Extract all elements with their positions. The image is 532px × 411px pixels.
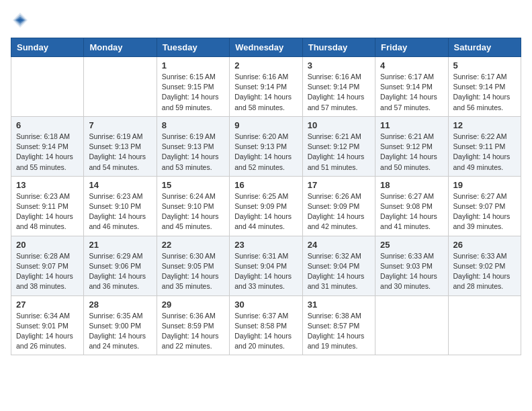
day-info: Sunrise: 6:20 AMSunset: 9:13 PMDaylight:…: [234, 132, 297, 173]
calendar-cell: 13Sunrise: 6:23 AMSunset: 9:11 PMDayligh…: [11, 176, 84, 236]
day-info: Sunrise: 6:26 AMSunset: 9:09 PMDaylight:…: [308, 191, 370, 232]
day-number: 9: [234, 120, 297, 130]
calendar-week-row: 1Sunrise: 6:15 AMSunset: 9:15 PMDaylight…: [11, 57, 521, 117]
day-info: Sunrise: 6:31 AMSunset: 9:04 PMDaylight:…: [234, 251, 297, 292]
calendar-cell: 27Sunrise: 6:34 AMSunset: 9:01 PMDayligh…: [11, 295, 84, 355]
day-number: 7: [89, 120, 151, 130]
calendar-cell: [375, 295, 448, 355]
calendar-cell: 12Sunrise: 6:22 AMSunset: 9:11 PMDayligh…: [448, 116, 521, 176]
day-of-week-header: Friday: [375, 38, 448, 57]
day-info: Sunrise: 6:16 AMSunset: 9:14 PMDaylight:…: [308, 72, 370, 113]
day-info: Sunrise: 6:34 AMSunset: 9:01 PMDaylight:…: [16, 311, 79, 352]
calendar-cell: 1Sunrise: 6:15 AMSunset: 9:15 PMDaylight…: [157, 57, 229, 117]
day-info: Sunrise: 6:23 AMSunset: 9:11 PMDaylight:…: [16, 191, 79, 232]
calendar-cell: [448, 295, 521, 355]
day-number: 21: [89, 240, 151, 250]
calendar-cell: 17Sunrise: 6:26 AMSunset: 9:09 PMDayligh…: [302, 176, 375, 236]
day-number: 20: [16, 240, 79, 250]
day-number: 18: [380, 180, 443, 190]
day-number: 25: [380, 240, 443, 250]
calendar-cell: 29Sunrise: 6:36 AMSunset: 8:59 PMDayligh…: [157, 295, 229, 355]
day-number: 16: [234, 180, 297, 190]
calendar-cell: [84, 57, 157, 117]
day-info: Sunrise: 6:33 AMSunset: 9:02 PMDaylight:…: [453, 251, 516, 292]
calendar-cell: 8Sunrise: 6:19 AMSunset: 9:13 PMDaylight…: [157, 116, 229, 176]
day-info: Sunrise: 6:25 AMSunset: 9:09 PMDaylight:…: [234, 191, 297, 232]
day-number: 22: [162, 240, 224, 250]
calendar-cell: 11Sunrise: 6:21 AMSunset: 9:12 PMDayligh…: [375, 116, 448, 176]
day-number: 24: [308, 240, 370, 250]
day-number: 12: [453, 120, 516, 130]
day-of-week-header: Sunday: [11, 38, 84, 57]
calendar-cell: 14Sunrise: 6:23 AMSunset: 9:10 PMDayligh…: [84, 176, 157, 236]
calendar-cell: 4Sunrise: 6:17 AMSunset: 9:14 PMDaylight…: [375, 57, 448, 117]
day-info: Sunrise: 6:27 AMSunset: 9:08 PMDaylight:…: [380, 191, 443, 232]
day-number: 2: [234, 60, 297, 71]
day-info: Sunrise: 6:18 AMSunset: 9:14 PMDaylight:…: [16, 132, 79, 173]
calendar-cell: [11, 57, 84, 117]
day-of-week-header: Thursday: [302, 38, 375, 57]
day-info: Sunrise: 6:30 AMSunset: 9:05 PMDaylight:…: [162, 251, 224, 292]
calendar-week-row: 6Sunrise: 6:18 AMSunset: 9:14 PMDaylight…: [11, 116, 521, 176]
day-info: Sunrise: 6:36 AMSunset: 8:59 PMDaylight:…: [162, 311, 224, 352]
calendar-cell: 22Sunrise: 6:30 AMSunset: 9:05 PMDayligh…: [157, 236, 229, 295]
day-number: 1: [162, 60, 224, 71]
day-number: 10: [308, 120, 370, 130]
day-info: Sunrise: 6:24 AMSunset: 9:10 PMDaylight:…: [162, 191, 224, 232]
day-number: 23: [234, 240, 297, 250]
day-of-week-header: Saturday: [448, 38, 521, 57]
day-info: Sunrise: 6:21 AMSunset: 9:12 PMDaylight:…: [380, 132, 443, 173]
calendar-cell: 10Sunrise: 6:21 AMSunset: 9:12 PMDayligh…: [302, 116, 375, 176]
day-number: 4: [380, 60, 443, 71]
day-info: Sunrise: 6:28 AMSunset: 9:07 PMDaylight:…: [16, 251, 79, 292]
calendar-header-row: SundayMondayTuesdayWednesdayThursdayFrid…: [11, 38, 521, 57]
calendar-cell: 2Sunrise: 6:16 AMSunset: 9:14 PMDaylight…: [230, 57, 302, 117]
day-number: 8: [162, 120, 224, 130]
day-number: 26: [453, 240, 516, 250]
day-number: 29: [162, 300, 224, 310]
day-number: 6: [16, 120, 79, 130]
day-of-week-header: Wednesday: [230, 38, 302, 57]
logo: [11, 11, 32, 30]
day-number: 5: [453, 60, 516, 71]
calendar-cell: 9Sunrise: 6:20 AMSunset: 9:13 PMDaylight…: [230, 116, 302, 176]
calendar-cell: 30Sunrise: 6:37 AMSunset: 8:58 PMDayligh…: [230, 295, 302, 355]
day-info: Sunrise: 6:38 AMSunset: 8:57 PMDaylight:…: [308, 311, 370, 352]
calendar-cell: 31Sunrise: 6:38 AMSunset: 8:57 PMDayligh…: [302, 295, 375, 355]
calendar-cell: 3Sunrise: 6:16 AMSunset: 9:14 PMDaylight…: [302, 57, 375, 117]
calendar-cell: 20Sunrise: 6:28 AMSunset: 9:07 PMDayligh…: [11, 236, 84, 295]
calendar-cell: 21Sunrise: 6:29 AMSunset: 9:06 PMDayligh…: [84, 236, 157, 295]
day-number: 27: [16, 300, 79, 310]
calendar-cell: 19Sunrise: 6:27 AMSunset: 9:07 PMDayligh…: [448, 176, 521, 236]
day-info: Sunrise: 6:33 AMSunset: 9:03 PMDaylight:…: [380, 251, 443, 292]
day-number: 17: [308, 180, 370, 190]
calendar-cell: 5Sunrise: 6:17 AMSunset: 9:14 PMDaylight…: [448, 57, 521, 117]
day-info: Sunrise: 6:16 AMSunset: 9:14 PMDaylight:…: [234, 72, 297, 113]
day-info: Sunrise: 6:29 AMSunset: 9:06 PMDaylight:…: [89, 251, 151, 292]
calendar-cell: 18Sunrise: 6:27 AMSunset: 9:08 PMDayligh…: [375, 176, 448, 236]
day-info: Sunrise: 6:32 AMSunset: 9:04 PMDaylight:…: [308, 251, 370, 292]
logo-icon: [11, 11, 30, 30]
calendar-cell: 23Sunrise: 6:31 AMSunset: 9:04 PMDayligh…: [230, 236, 302, 295]
page-header: [11, 11, 521, 30]
day-info: Sunrise: 6:17 AMSunset: 9:14 PMDaylight:…: [453, 72, 516, 113]
calendar-cell: 26Sunrise: 6:33 AMSunset: 9:02 PMDayligh…: [448, 236, 521, 295]
calendar-cell: 6Sunrise: 6:18 AMSunset: 9:14 PMDaylight…: [11, 116, 84, 176]
day-info: Sunrise: 6:17 AMSunset: 9:14 PMDaylight:…: [380, 72, 443, 113]
day-info: Sunrise: 6:15 AMSunset: 9:15 PMDaylight:…: [162, 72, 224, 113]
calendar-cell: 15Sunrise: 6:24 AMSunset: 9:10 PMDayligh…: [157, 176, 229, 236]
calendar-week-row: 20Sunrise: 6:28 AMSunset: 9:07 PMDayligh…: [11, 236, 521, 295]
day-info: Sunrise: 6:35 AMSunset: 9:00 PMDaylight:…: [89, 311, 151, 352]
calendar-cell: 7Sunrise: 6:19 AMSunset: 9:13 PMDaylight…: [84, 116, 157, 176]
day-of-week-header: Monday: [84, 38, 157, 57]
day-number: 19: [453, 180, 516, 190]
day-info: Sunrise: 6:37 AMSunset: 8:58 PMDaylight:…: [234, 311, 297, 352]
day-number: 14: [89, 180, 151, 190]
calendar-cell: 25Sunrise: 6:33 AMSunset: 9:03 PMDayligh…: [375, 236, 448, 295]
day-number: 15: [162, 180, 224, 190]
day-info: Sunrise: 6:19 AMSunset: 9:13 PMDaylight:…: [162, 132, 224, 173]
day-info: Sunrise: 6:27 AMSunset: 9:07 PMDaylight:…: [453, 191, 516, 232]
day-of-week-header: Tuesday: [157, 38, 229, 57]
calendar-cell: 16Sunrise: 6:25 AMSunset: 9:09 PMDayligh…: [230, 176, 302, 236]
calendar-cell: 24Sunrise: 6:32 AMSunset: 9:04 PMDayligh…: [302, 236, 375, 295]
